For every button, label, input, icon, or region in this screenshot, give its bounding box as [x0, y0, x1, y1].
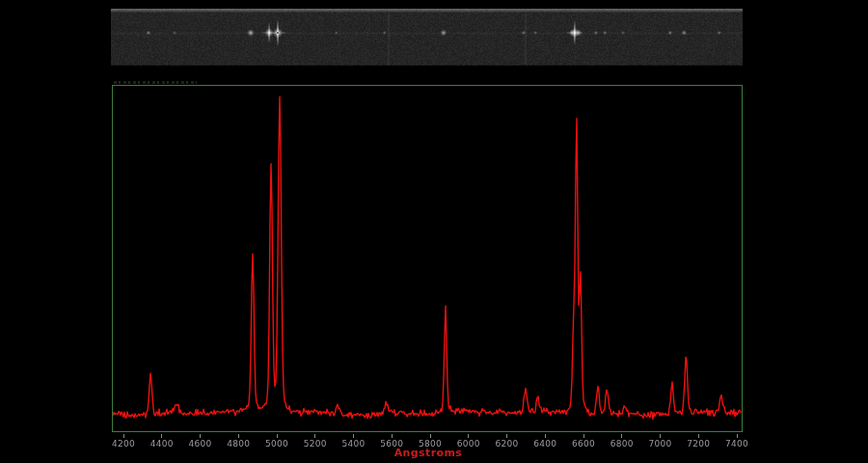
x-tick-mark [277, 434, 278, 438]
x-tick-label: 5400 [341, 439, 365, 449]
x-tick-mark [737, 434, 738, 438]
x-tick-mark [161, 434, 162, 438]
x-tick-mark [392, 434, 393, 438]
x-tick-label: 7200 [687, 439, 710, 449]
x-tick-mark [314, 434, 315, 438]
x-tick-label: 5000 [265, 439, 288, 449]
x-tick-mark [123, 434, 124, 438]
x-tick-mark [583, 434, 584, 438]
x-tick-mark [698, 434, 699, 438]
x-tick-label: 6400 [533, 439, 556, 449]
x-tick-label: 6200 [495, 439, 518, 449]
x-tick-label: 4800 [227, 439, 250, 449]
x-tick-mark [353, 434, 354, 438]
x-tick-mark [621, 434, 622, 438]
x-axis-title: Angstroms [394, 447, 463, 459]
spectrum-line-chart [113, 86, 742, 431]
x-tick-label: 6800 [610, 439, 634, 449]
x-tick-label: 4600 [188, 439, 211, 449]
x-tick-label: 4400 [150, 439, 174, 449]
x-tick-mark [200, 434, 201, 438]
spectrum-trace [113, 96, 741, 420]
faint-text-artifact [114, 81, 197, 84]
x-tick-mark [238, 434, 239, 438]
x-tick-mark [545, 434, 546, 438]
x-tick-label: 4200 [112, 439, 135, 449]
spectroscopy-app: 4200440046004800500052005400560058006000… [0, 0, 868, 463]
x-tick-mark [506, 434, 507, 438]
x-tick-label: 6600 [572, 439, 595, 449]
x-tick-mark [660, 434, 661, 438]
spectrum-plot-frame [112, 85, 743, 432]
x-tick-label: 5200 [304, 439, 327, 449]
x-tick-mark [430, 434, 431, 438]
x-tick-label: 7400 [725, 439, 748, 449]
x-tick-label: 7000 [648, 439, 671, 449]
spectrum-strip-image [111, 9, 743, 66]
x-tick-mark [468, 434, 469, 438]
